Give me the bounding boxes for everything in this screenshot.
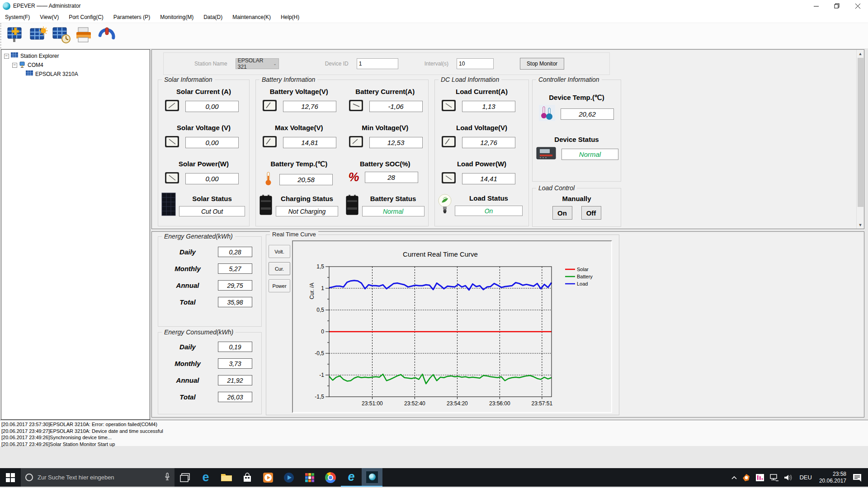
device-status-value: Normal bbox=[561, 149, 618, 160]
generated-annual-label: Annual bbox=[168, 282, 207, 289]
menu-help[interactable]: Help(H) bbox=[276, 12, 304, 22]
min-voltage-value: 12,53 bbox=[369, 137, 423, 148]
generated-annual-value: 29,75 bbox=[218, 280, 252, 291]
language-indicator[interactable]: DEU bbox=[796, 474, 815, 481]
load-control-group: Load Control Manually On Off bbox=[532, 188, 621, 227]
window-filler bbox=[0, 446, 868, 468]
battery-soc-label: Battery SOC(%) bbox=[342, 160, 429, 168]
gauge-icon bbox=[262, 135, 278, 150]
consumed-annual-value: 21,92 bbox=[218, 375, 252, 385]
load-voltage-value: 12,76 bbox=[462, 137, 515, 148]
close-button[interactable] bbox=[847, 0, 868, 12]
battery-icon bbox=[259, 194, 273, 217]
add-station-icon[interactable] bbox=[6, 26, 27, 46]
svg-text:Current Real Time Curve: Current Real Time Curve bbox=[403, 250, 478, 258]
menu-view[interactable]: View(V) bbox=[35, 12, 64, 22]
generated-total-label: Total bbox=[168, 298, 207, 306]
menu-system[interactable]: System(F) bbox=[0, 12, 35, 22]
device-temp-label: Device Temp.(℃) bbox=[533, 94, 621, 102]
taskbar-clock[interactable]: 23:58 20.06.2017 bbox=[816, 471, 850, 484]
tree-node-com4[interactable]: − COM4 bbox=[2, 61, 149, 70]
event-log: [20.06.2017 23:57:30]EPSOLAR 3210A: Erro… bbox=[0, 420, 868, 446]
generated-monthly-label: Monthly bbox=[168, 265, 207, 272]
scrollbar-thumb[interactable] bbox=[858, 58, 863, 207]
notifications-icon[interactable] bbox=[850, 474, 868, 482]
station-name-combo[interactable]: EPSOLAR 321 ⌄ bbox=[236, 58, 279, 69]
start-button[interactable] bbox=[0, 468, 21, 487]
avast-icon[interactable] bbox=[740, 474, 753, 482]
tab-volt[interactable]: Volt. bbox=[269, 245, 290, 258]
svg-text:Solar: Solar bbox=[577, 267, 589, 272]
load-current-value: 1,13 bbox=[462, 101, 515, 112]
printer-icon[interactable] bbox=[74, 26, 94, 46]
app-grid-icon[interactable] bbox=[299, 468, 320, 487]
scroll-down-arrow[interactable]: ▼ bbox=[857, 221, 864, 229]
group-title: Solar Information bbox=[162, 76, 215, 83]
menu-data[interactable]: Data(D) bbox=[198, 12, 227, 22]
menu-monitoring[interactable]: Monitoring(M) bbox=[155, 12, 198, 22]
taskbar-search[interactable]: Zur Suche Text hier eingeben bbox=[21, 468, 175, 487]
svg-text:23:56:00: 23:56:00 bbox=[489, 400, 510, 407]
group-title: Real Time Curve bbox=[270, 231, 318, 238]
internet-explorer-icon[interactable]: e bbox=[341, 468, 362, 487]
menu-bar: System(F) View(V) Port Config(C) Paramet… bbox=[0, 12, 868, 23]
tab-power[interactable]: Power bbox=[269, 279, 290, 292]
solar-voltage-value: 0,00 bbox=[185, 137, 239, 148]
title-bar: EPEVER —— Administrator bbox=[0, 0, 868, 12]
svg-text:0: 0 bbox=[321, 328, 324, 335]
edge-icon[interactable]: e bbox=[195, 468, 216, 487]
group-title: Energy Generated(kWh) bbox=[162, 233, 235, 240]
menu-maintenance[interactable]: Maintenance(K) bbox=[227, 12, 276, 22]
solar-monitor-icon[interactable] bbox=[28, 26, 49, 46]
device-id-input[interactable] bbox=[357, 58, 398, 69]
menu-parameters[interactable]: Parameters (P) bbox=[108, 12, 155, 22]
media-player-icon[interactable] bbox=[258, 468, 278, 487]
battery-voltage-label: Battery Voltage(V) bbox=[256, 88, 342, 95]
solar-current-label: Solar Current (A) bbox=[158, 88, 249, 95]
menu-port-config[interactable]: Port Config(C) bbox=[64, 12, 108, 22]
clock-time: 23:58 bbox=[819, 471, 846, 478]
device-monitor-panel: Station Name EPSOLAR 321 ⌄ Device ID Int… bbox=[151, 49, 864, 229]
network-icon[interactable] bbox=[767, 474, 781, 481]
gauge-icon bbox=[165, 135, 180, 150]
clock-date: 20.06.2017 bbox=[819, 478, 846, 484]
collapse-icon[interactable]: − bbox=[4, 54, 9, 59]
stop-monitor-button[interactable]: Stop Monitor bbox=[520, 58, 564, 70]
thermometer-icon bbox=[262, 171, 274, 188]
interval-input[interactable] bbox=[457, 58, 494, 69]
power-exit-icon[interactable] bbox=[96, 26, 117, 46]
app-logo-icon bbox=[3, 2, 10, 10]
svg-text:23:54:20: 23:54:20 bbox=[447, 400, 468, 407]
load-power-label: Load Power(W) bbox=[435, 160, 528, 168]
microphone-icon[interactable] bbox=[165, 473, 170, 483]
task-view-icon[interactable] bbox=[175, 468, 195, 487]
scroll-up-arrow[interactable]: ▲ bbox=[857, 50, 864, 57]
station-history-icon[interactable] bbox=[51, 26, 72, 46]
generated-daily-value: 0,28 bbox=[218, 247, 252, 257]
file-explorer-icon[interactable] bbox=[216, 468, 237, 487]
max-voltage-value: 14,81 bbox=[283, 137, 336, 148]
tab-cur[interactable]: Cur. bbox=[269, 262, 290, 275]
tray-expand-icon[interactable] bbox=[729, 476, 740, 479]
video-player-icon[interactable] bbox=[278, 468, 299, 487]
tree-node-device[interactable]: EPSOLAR 3210A bbox=[2, 70, 149, 79]
real-time-curve-group: Real Time Curve Volt. Cur. Power Current… bbox=[266, 235, 619, 415]
restore-button[interactable] bbox=[826, 0, 847, 12]
epever-app-icon[interactable] bbox=[362, 468, 382, 487]
volume-icon[interactable] bbox=[781, 474, 796, 481]
load-power-value: 14,41 bbox=[462, 173, 515, 184]
load-off-button[interactable]: Off bbox=[581, 206, 601, 220]
group-title: DC Load Information bbox=[439, 76, 501, 83]
solar-status-value: Cut Out bbox=[179, 206, 245, 216]
collapse-icon[interactable]: − bbox=[12, 63, 17, 68]
store-icon[interactable] bbox=[237, 468, 258, 487]
tree-node-station-explorer[interactable]: − Station Explorer bbox=[2, 52, 149, 61]
log-line: [20.06.2017 23:49:26]Synchronising devic… bbox=[1, 434, 868, 441]
usage-monitor-icon[interactable] bbox=[753, 474, 767, 481]
chrome-icon[interactable] bbox=[320, 468, 341, 487]
svg-text:Cur. /A: Cur. /A bbox=[309, 283, 315, 300]
minimize-button[interactable] bbox=[806, 0, 826, 12]
solar-power-label: Solar Power(W) bbox=[158, 160, 249, 168]
svg-text:23:57:51: 23:57:51 bbox=[531, 400, 552, 407]
load-on-button[interactable]: On bbox=[552, 206, 572, 220]
